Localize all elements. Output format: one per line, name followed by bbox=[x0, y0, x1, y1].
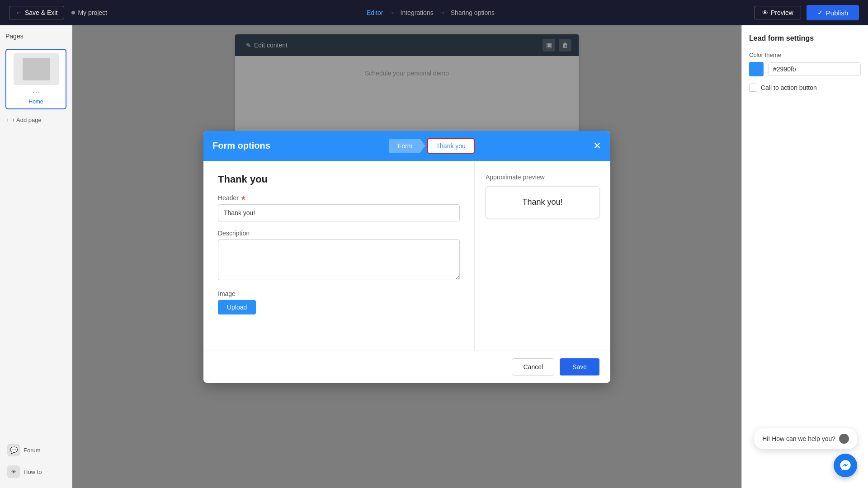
project-name: My project bbox=[71, 9, 107, 16]
header-required-star: ★ bbox=[241, 194, 246, 202]
chat-widget: Hi! How can we help you? − bbox=[754, 428, 857, 477]
color-input[interactable] bbox=[768, 62, 861, 76]
call-to-action-label: Call to action button bbox=[761, 84, 817, 91]
eye-icon: 👁 bbox=[762, 9, 768, 16]
save-exit-button[interactable]: ← Save & Exit bbox=[9, 6, 64, 19]
canvas-area: ✎ Edit content ▣ 🗑 Schedule your persona… bbox=[72, 25, 741, 488]
modal-body: Thank you Header ★ Description bbox=[203, 161, 610, 351]
approximate-preview-label: Approximate preview bbox=[486, 174, 599, 181]
preview-box: Thank you! bbox=[486, 186, 599, 218]
pages-title: Pages bbox=[5, 33, 66, 40]
right-panel: Lead form settings Color theme Call to a… bbox=[741, 25, 868, 488]
nav-left: ← Save & Exit My project bbox=[9, 6, 107, 19]
add-page-label: + Add page bbox=[12, 117, 42, 123]
header-input[interactable] bbox=[218, 204, 460, 221]
upload-button[interactable]: Upload bbox=[218, 300, 256, 314]
modal-tab-thankyou[interactable]: Thank you bbox=[428, 139, 474, 153]
color-theme-label: Color theme bbox=[749, 52, 861, 58]
modal-tabs: Form Thank you bbox=[389, 138, 475, 154]
header-field-group: Header ★ bbox=[218, 194, 460, 221]
modal-overlay: Form options Form Thank you ✕ bbox=[72, 25, 741, 488]
panel-title: Lead form settings bbox=[749, 34, 861, 42]
sidebar-bottom: 💬 Forum ☀ How to bbox=[5, 441, 66, 481]
preview-label: Preview bbox=[771, 9, 793, 16]
page-thumbnail bbox=[14, 53, 59, 85]
sidebar: Pages ⋯ Home + + Add page 💬 Forum ☀ How … bbox=[0, 25, 72, 488]
howto-icon: ☀ bbox=[7, 465, 20, 478]
save-exit-label: Save & Exit bbox=[25, 9, 57, 16]
check-icon: ✓ bbox=[817, 9, 823, 17]
preview-text: Thank you! bbox=[522, 197, 562, 207]
sharing-options-link[interactable]: Sharing options bbox=[451, 9, 495, 16]
chat-bubble: Hi! How can we help you? − bbox=[754, 428, 857, 449]
preview-button[interactable]: 👁 Preview bbox=[754, 6, 801, 19]
project-name-text: My project bbox=[78, 9, 107, 16]
page-thumb-inner bbox=[23, 58, 50, 80]
forum-label: Forum bbox=[24, 447, 41, 454]
color-theme-row bbox=[749, 62, 861, 76]
modal-tab-form[interactable]: Form bbox=[389, 139, 425, 153]
modal-left-panel: Thank you Header ★ Description bbox=[203, 161, 475, 351]
modal-section-title: Thank you bbox=[218, 174, 460, 185]
messenger-icon bbox=[839, 459, 852, 472]
tab-thankyou-label: Thank you bbox=[436, 142, 466, 150]
sidebar-item-forum[interactable]: 💬 Forum bbox=[5, 441, 66, 459]
nav-right: 👁 Preview ✓ Publish bbox=[754, 5, 859, 20]
modal-title: Form options bbox=[212, 141, 270, 151]
chat-bubble-text: Hi! How can we help you? bbox=[762, 435, 835, 442]
page-options-dots[interactable]: ⋯ bbox=[32, 87, 40, 97]
image-field-group: Image Upload bbox=[218, 290, 460, 314]
nav-breadcrumb: Editor → Integrations → Sharing options bbox=[367, 9, 495, 16]
main-layout: Pages ⋯ Home + + Add page 💬 Forum ☀ How … bbox=[0, 25, 868, 488]
arrow-icon-1: → bbox=[389, 9, 395, 16]
tab-form-label: Form bbox=[398, 142, 413, 150]
description-field-group: Description bbox=[218, 230, 460, 282]
modal-footer: Cancel Save bbox=[203, 351, 610, 383]
modal-tab-thankyou-wrapper: Thank you bbox=[427, 138, 475, 154]
publish-label: Publish bbox=[826, 9, 848, 17]
add-page-button[interactable]: + + Add page bbox=[5, 115, 66, 125]
editor-link[interactable]: Editor bbox=[367, 9, 383, 16]
header-label-text: Header bbox=[218, 194, 239, 202]
image-label-text: Image bbox=[218, 290, 236, 297]
add-icon: + bbox=[5, 117, 9, 123]
form-options-modal: Form options Form Thank you ✕ bbox=[203, 131, 610, 383]
sidebar-item-howto[interactable]: ☀ How to bbox=[5, 463, 66, 481]
howto-label: How to bbox=[24, 469, 42, 475]
call-to-action-checkbox[interactable] bbox=[749, 84, 757, 92]
chat-close-button[interactable]: − bbox=[839, 434, 849, 444]
image-field-label: Image bbox=[218, 290, 460, 297]
home-page-item[interactable]: ⋯ Home bbox=[5, 49, 66, 109]
forum-icon: 💬 bbox=[7, 444, 20, 456]
color-swatch[interactable] bbox=[749, 62, 764, 76]
description-label-text: Description bbox=[218, 230, 250, 237]
modal-close-button[interactable]: ✕ bbox=[593, 141, 601, 151]
modal-header: Form options Form Thank you ✕ bbox=[203, 131, 610, 161]
description-textarea[interactable] bbox=[218, 239, 460, 280]
dot-icon bbox=[71, 11, 75, 14]
publish-button[interactable]: ✓ Publish bbox=[807, 5, 859, 20]
save-button[interactable]: Save bbox=[560, 358, 599, 375]
arrow-icon-2: → bbox=[439, 9, 445, 16]
chat-fab-button[interactable] bbox=[834, 454, 857, 477]
home-page-label: Home bbox=[28, 99, 43, 105]
integrations-link[interactable]: Integrations bbox=[401, 9, 434, 16]
modal-right-panel: Approximate preview Thank you! bbox=[475, 161, 610, 351]
top-navigation: ← Save & Exit My project Editor → Integr… bbox=[0, 0, 868, 25]
header-field-label: Header ★ bbox=[218, 194, 460, 202]
description-field-label: Description bbox=[218, 230, 460, 237]
call-to-action-row: Call to action button bbox=[749, 84, 861, 92]
arrow-left-icon: ← bbox=[16, 9, 22, 16]
cancel-button[interactable]: Cancel bbox=[512, 358, 554, 375]
